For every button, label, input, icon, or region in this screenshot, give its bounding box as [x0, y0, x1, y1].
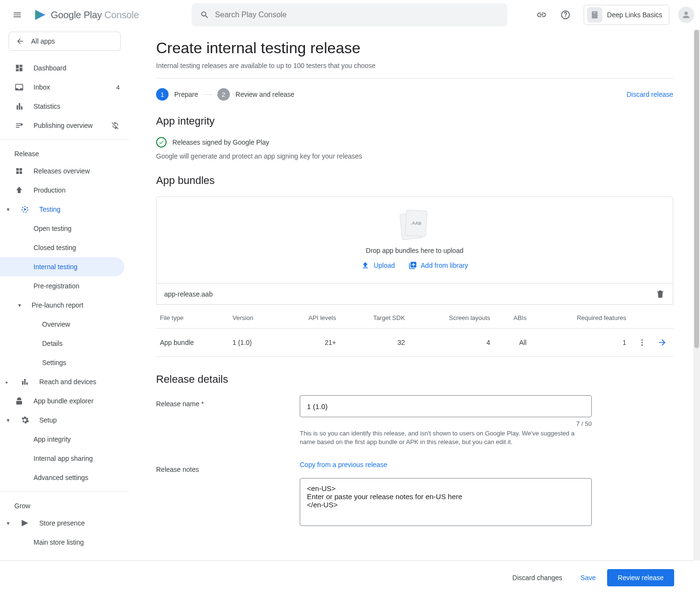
release-notes-textarea[interactable]: <en-US> Enter or paste your release note…: [300, 478, 592, 526]
search-box[interactable]: [192, 3, 508, 26]
svg-point-1: [642, 339, 643, 341]
save-button[interactable]: Save: [574, 569, 602, 586]
publishing-icon: [15, 121, 23, 130]
link-button[interactable]: [532, 5, 551, 24]
stepper: 1 Prepare 2 Review and release Discard r…: [156, 88, 673, 101]
nav-open-testing[interactable]: Open testing: [0, 219, 129, 238]
help-button[interactable]: [556, 5, 575, 24]
upload-icon: [361, 261, 370, 270]
more-vert-icon: [638, 338, 646, 347]
svg-point-3: [642, 344, 643, 346]
add-from-library-button[interactable]: Add from library: [408, 261, 468, 270]
main-content: Create internal testing release Internal…: [129, 30, 700, 594]
section-release: Release: [0, 143, 129, 161]
nav-inbox[interactable]: Inbox4: [0, 78, 129, 97]
arrow-right-icon: [657, 338, 667, 347]
nav-prelaunch-overview[interactable]: Overview: [0, 315, 129, 334]
bundles-table: File type Version API levels Target SDK …: [156, 308, 673, 357]
step-1-circle: 1: [156, 88, 169, 101]
account-avatar[interactable]: [678, 7, 694, 23]
gear-icon: [21, 416, 29, 424]
app-integrity-heading: App integrity: [156, 115, 673, 127]
person-icon: [681, 10, 691, 20]
discard-release-link[interactable]: Discard release: [627, 91, 673, 98]
statistics-icon: [15, 102, 23, 111]
nav-prelaunch-settings[interactable]: Settings: [0, 353, 129, 372]
step-2-circle: 2: [217, 88, 230, 101]
step-prepare[interactable]: 1 Prepare: [156, 88, 198, 101]
all-apps-button[interactable]: All apps: [9, 32, 121, 51]
grid-icon: [15, 167, 23, 175]
top-bar: Google Play Console Deep Links Basics: [0, 0, 700, 30]
copy-previous-release-link[interactable]: Copy from a previous release: [300, 461, 387, 468]
sidebar: All apps Dashboard Inbox4 Statistics Pub…: [0, 30, 129, 594]
dropzone[interactable]: .AAB Drop app bundles here to upload Upl…: [156, 196, 673, 284]
drop-text: Drop app bundles here to upload: [157, 247, 673, 254]
step-review-release[interactable]: 2 Review and release: [217, 88, 294, 101]
page-title: Create internal testing release: [156, 39, 673, 57]
nav-publishing-overview[interactable]: Publishing overview: [0, 116, 129, 135]
review-release-button[interactable]: Review release: [607, 569, 674, 586]
nav-app-bundle-explorer[interactable]: App bundle explorer: [0, 391, 129, 411]
nav-closed-testing[interactable]: Closed testing: [0, 238, 129, 257]
search-icon: [200, 10, 209, 20]
inbox-badge: 4: [116, 84, 120, 91]
testing-icon: [21, 205, 29, 214]
release-name-counter: 7 / 50: [300, 420, 592, 427]
nav-testing[interactable]: ▼Testing: [0, 200, 129, 219]
dashboard-icon: [15, 64, 23, 72]
svg-point-2: [642, 342, 643, 343]
search-input[interactable]: [215, 11, 499, 19]
signing-hint: Google will generate and protect an app …: [156, 152, 673, 160]
help-icon: [560, 10, 571, 20]
arrow-left-icon: [16, 37, 24, 46]
file-name: app-release.aab: [164, 290, 213, 298]
check-circle-icon: [156, 137, 167, 148]
android-icon: [15, 397, 23, 405]
trash-icon: [655, 289, 665, 299]
release-name-help: This is so you can identify this release…: [300, 429, 592, 446]
menu-icon: [12, 10, 22, 20]
nav-internal-app-sharing[interactable]: Internal app sharing: [0, 449, 129, 468]
app-icon: [587, 7, 602, 23]
all-apps-label: All apps: [31, 37, 55, 45]
signed-text: Releases signed by Google Play: [172, 138, 269, 146]
page-subtitle: Internal testing releases are available …: [156, 62, 673, 69]
nav-main-store-listing[interactable]: Main store listing: [0, 533, 129, 552]
nav-statistics[interactable]: Statistics: [0, 97, 129, 116]
nav-app-integrity[interactable]: App integrity: [0, 430, 129, 449]
discard-changes-button[interactable]: Discard changes: [506, 569, 569, 586]
nav-pre-registration[interactable]: Pre-registration: [0, 276, 129, 296]
nav-production[interactable]: Production: [0, 181, 129, 200]
nav-setup[interactable]: ▼Setup: [0, 411, 129, 430]
section-grow: Grow: [0, 495, 129, 514]
scrollbar[interactable]: [693, 30, 700, 560]
app-selector-chip[interactable]: Deep Links Basics: [584, 5, 669, 25]
row-more-button[interactable]: [635, 335, 649, 350]
nav-prelaunch-details[interactable]: Details: [0, 334, 129, 353]
nav-internal-testing[interactable]: Internal testing: [0, 257, 124, 276]
hamburger-menu-button[interactable]: [6, 3, 29, 26]
nav-releases-overview[interactable]: Releases overview: [0, 161, 129, 181]
nav-store-presence[interactable]: ▼Store presence: [0, 514, 129, 533]
release-name-input[interactable]: [300, 395, 592, 417]
logo[interactable]: Google Play Console: [34, 8, 139, 22]
release-notes-label: Release notes: [156, 461, 300, 526]
row-arrow-button[interactable]: [655, 335, 669, 350]
nav-reach-devices[interactable]: ▸Reach and devices: [0, 372, 129, 391]
bottom-action-bar: Discard changes Save Review release: [0, 560, 693, 594]
inbox-icon: [15, 83, 23, 91]
play-console-icon: [34, 8, 47, 22]
uploaded-file-row: app-release.aab: [156, 284, 673, 305]
nav-advanced-settings[interactable]: Advanced settings: [0, 468, 129, 487]
nav-pre-launch-report[interactable]: ▼Pre-launch report: [0, 296, 129, 315]
devices-icon: [21, 377, 29, 386]
upload-button[interactable]: Upload: [361, 261, 395, 270]
app-bundles-heading: App bundles: [156, 174, 673, 187]
nav-dashboard[interactable]: Dashboard: [0, 58, 129, 78]
scrollbar-thumb[interactable]: [694, 30, 699, 348]
table-row: App bundle 1 (1.0) 21+ 32 4 All 1: [156, 329, 673, 357]
delete-file-button[interactable]: [655, 289, 665, 299]
release-name-label: Release name *: [156, 395, 300, 446]
release-details-heading: Release details: [156, 373, 673, 386]
